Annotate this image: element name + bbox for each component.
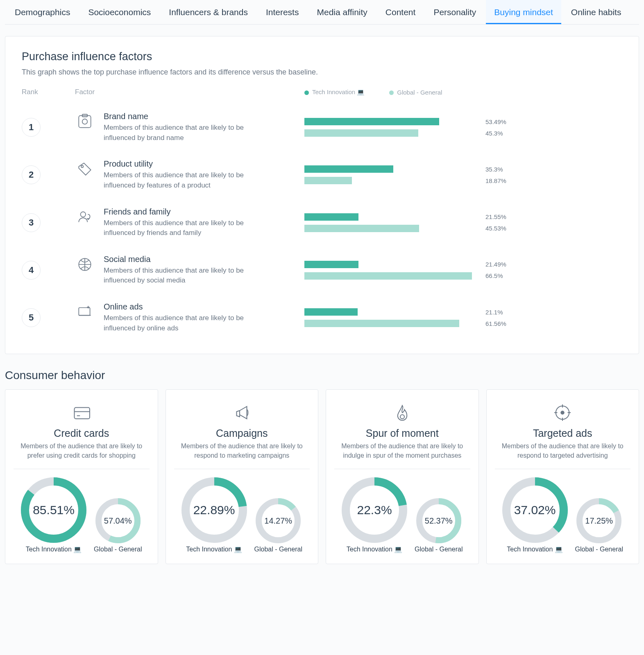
factor-desc: Members of this audience that are likely…: [104, 313, 268, 333]
rank-badge: 5: [22, 308, 41, 327]
bar-series-b: [304, 129, 418, 137]
donut-series-b: 14.27%: [256, 498, 301, 543]
purchase-influence-card: Purchase influence factors This graph sh…: [5, 36, 639, 354]
factor-icon: [75, 112, 95, 131]
chart-legend: Tech Innovation 💻 Global - General: [304, 88, 622, 96]
rank-badge: 4: [22, 261, 41, 280]
donut-value-b: 57.04%: [95, 498, 141, 543]
tab-personality[interactable]: Personality: [425, 0, 484, 24]
factor-desc: Members of this audience that are likely…: [104, 266, 268, 286]
cb-icon: [334, 402, 470, 423]
factor-desc: Members of this audience that are likely…: [104, 123, 268, 143]
consumer-behavior-grid: Credit cards Members of the audience tha…: [5, 389, 639, 564]
divider: [495, 469, 631, 469]
factor-bars: 21.55% 45.53%: [304, 213, 622, 232]
tab-influencers-brands[interactable]: Influencers & brands: [161, 0, 256, 24]
donut-series-b: 52.37%: [416, 498, 461, 543]
tab-buying-mindset[interactable]: Buying mindset: [486, 0, 561, 24]
bar-label-b: 45.3%: [485, 130, 503, 137]
cb-icon: [14, 402, 150, 423]
factor-bars: 21.1% 61.56%: [304, 308, 622, 327]
dot-icon: [389, 90, 394, 95]
rank-badge: 2: [22, 165, 41, 184]
bar-series-a: [304, 261, 358, 268]
donut-series-a: 22.3%: [342, 477, 407, 543]
bar-label-a: 21.1%: [485, 309, 503, 316]
donut-label-b: Global - General: [415, 546, 463, 553]
divider: [14, 469, 150, 469]
donut-label-a: Tech Innovation 💻: [507, 545, 563, 553]
factor-row: 2 Product utility Members of this audien…: [22, 151, 622, 199]
cb-icon: [495, 402, 631, 423]
bar-series-a: [304, 165, 393, 173]
factor-name: Product utility: [104, 159, 268, 169]
donut-value-a: 22.89%: [181, 477, 247, 543]
cb-card-title: Targeted ads: [495, 427, 631, 439]
factor-icon: [75, 302, 95, 322]
bar-label-b: 18.87%: [485, 177, 506, 184]
donut-series-a: 37.02%: [502, 477, 568, 543]
col-factor-header: Factor: [75, 88, 304, 96]
factor-icon: [75, 159, 95, 179]
bar-label-a: 35.3%: [485, 166, 503, 173]
factor-name: Social media: [104, 255, 268, 264]
factor-desc: Members of this audience that are likely…: [104, 170, 268, 190]
donut-value-b: 17.25%: [576, 498, 621, 543]
legend-series-a: Tech Innovation 💻: [304, 88, 365, 96]
col-rank-header: Rank: [22, 88, 75, 96]
bar-label-b: 66.5%: [485, 272, 503, 279]
bar-series-b: [304, 320, 459, 327]
tab-demographics[interactable]: Demographics: [7, 0, 78, 24]
donut-series-a: 22.89%: [181, 477, 247, 543]
bar-label-a: 21.49%: [485, 261, 506, 268]
factor-name: Friends and family: [104, 207, 268, 217]
donut-label-b: Global - General: [575, 546, 623, 553]
bar-series-b: [304, 177, 352, 184]
cb-card-desc: Members of the audience that are likely …: [14, 442, 150, 461]
tab-content[interactable]: Content: [377, 0, 424, 24]
donut-label-b: Global - General: [94, 546, 142, 553]
divider: [174, 469, 310, 469]
cb-card-desc: Members of the audience that are likely …: [174, 442, 310, 461]
cb-card-desc: Members of the audience that are likely …: [334, 442, 470, 461]
factor-bars: 53.49% 45.3%: [304, 118, 622, 137]
consumer-behavior-card: Campaigns Members of the audience that a…: [166, 389, 319, 564]
cb-card-title: Campaigns: [174, 427, 310, 439]
bar-label-b: 61.56%: [485, 320, 506, 327]
donut-label-a: Tech Innovation 💻: [347, 545, 403, 553]
rank-badge: 1: [22, 118, 41, 137]
purchase-influence-subtitle: This graph shows the top purchase influe…: [22, 68, 622, 77]
bar-series-a: [304, 308, 358, 316]
divider: [334, 469, 470, 469]
factor-icon: [75, 207, 95, 227]
tab-socioeconomics[interactable]: Socioeconomics: [80, 0, 159, 24]
tab-online-habits[interactable]: Online habits: [563, 0, 630, 24]
factor-bars: 35.3% 18.87%: [304, 165, 622, 184]
factor-row: 1 Brand name Members of this audience th…: [22, 104, 622, 151]
purchase-influence-title: Purchase influence factors: [22, 50, 622, 63]
factor-row: 3 Friends and family Members of this aud…: [22, 199, 622, 246]
dot-icon: [304, 90, 309, 95]
bar-series-a: [304, 118, 439, 125]
bar-label-b: 45.53%: [485, 225, 506, 232]
tab-bar: Demographics Socioeconomics Influencers …: [5, 0, 639, 25]
tab-media-affinity[interactable]: Media affinity: [308, 0, 375, 24]
donut-value-a: 37.02%: [502, 477, 568, 543]
bar-label-a: 53.49%: [485, 118, 506, 125]
tab-interests[interactable]: Interests: [258, 0, 307, 24]
donut-series-b: 17.25%: [576, 498, 621, 543]
donut-label-b: Global - General: [254, 546, 302, 553]
factor-desc: Members of this audience that are likely…: [104, 218, 268, 238]
bar-series-b: [304, 272, 472, 280]
factor-bars: 21.49% 66.5%: [304, 261, 622, 280]
bar-label-a: 21.55%: [485, 213, 506, 220]
factor-header-row: Rank Factor Tech Innovation 💻 Global - G…: [22, 88, 622, 96]
factor-name: Online ads: [104, 302, 268, 312]
donut-value-a: 85.51%: [21, 477, 86, 543]
consumer-behavior-card: Targeted ads Members of the audience tha…: [486, 389, 639, 564]
bar-series-b: [304, 225, 419, 232]
donut-series-b: 57.04%: [95, 498, 141, 543]
donut-label-a: Tech Innovation 💻: [186, 545, 242, 553]
cb-card-title: Credit cards: [14, 427, 150, 439]
donut-value-b: 52.37%: [416, 498, 461, 543]
